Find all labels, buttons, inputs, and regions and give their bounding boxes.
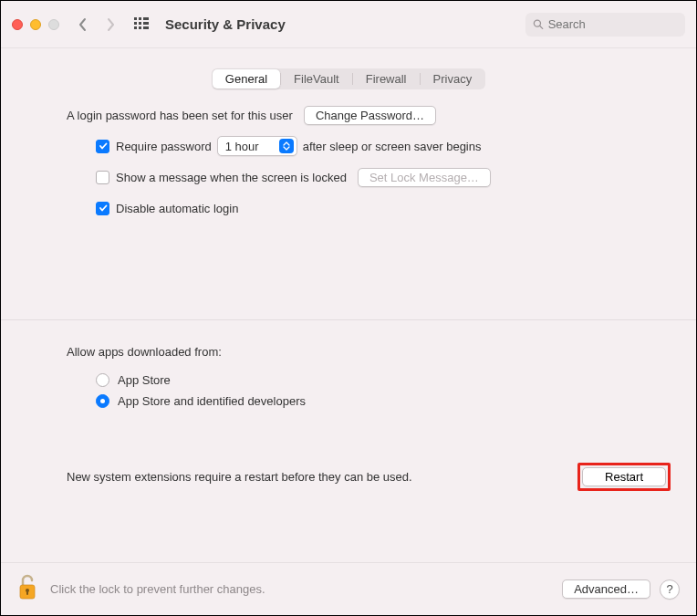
restart-button[interactable]: Restart [582, 467, 666, 486]
toolbar: Security & Privacy [1, 1, 696, 48]
svg-rect-12 [146, 26, 149, 29]
radio-app-store-row: App Store [96, 373, 630, 387]
svg-rect-7 [134, 26, 137, 29]
show-message-row: Show a message when the screen is locked… [96, 166, 630, 188]
window-controls [12, 19, 59, 30]
nav-buttons [78, 17, 116, 32]
password-delay-select[interactable]: 1 hour [217, 136, 297, 156]
back-button[interactable] [78, 17, 88, 32]
updown-caret-icon [279, 139, 294, 153]
radio-app-store[interactable] [96, 373, 109, 387]
footer: Click the lock to prevent further change… [1, 562, 696, 615]
login-section: A login password has been set for this u… [12, 104, 685, 219]
allow-apps-section: Allow apps downloaded from: App Store Ap… [12, 340, 685, 408]
svg-rect-11 [146, 22, 149, 25]
tab-privacy[interactable]: Privacy [421, 69, 485, 89]
after-sleep-text: after sleep or screen saver begins [303, 140, 482, 153]
svg-rect-1 [139, 17, 141, 20]
show-all-button[interactable] [134, 17, 149, 32]
forward-button[interactable] [105, 17, 116, 32]
require-password-checkbox[interactable] [96, 140, 109, 153]
search-field[interactable] [525, 13, 685, 37]
set-lock-message-button: Set Lock Message… [358, 168, 491, 187]
lock-text: Click the lock to prevent further change… [50, 582, 265, 596]
disable-auto-login-row: Disable automatic login [96, 197, 630, 219]
password-set-text: A login password has been set for this u… [67, 109, 293, 122]
tab-general[interactable]: General [213, 69, 280, 89]
show-message-checkbox[interactable] [96, 171, 109, 184]
minimize-window-button[interactable] [30, 19, 41, 30]
svg-rect-5 [139, 22, 141, 25]
restart-highlight: Restart [577, 463, 671, 491]
svg-rect-8 [139, 26, 141, 29]
extensions-message: New system extensions require a restart … [67, 470, 412, 484]
require-password-row: Require password 1 hour after sleep or s… [96, 135, 630, 157]
footer-right: Advanced… ? [562, 579, 680, 600]
advanced-button[interactable]: Advanced… [562, 579, 650, 599]
window-title: Security & Privacy [165, 16, 286, 32]
tabs: General FileVault Firewall Privacy [212, 68, 485, 89]
tabs-row: General FileVault Firewall Privacy [12, 48, 685, 104]
radio-app-store-label: App Store [118, 373, 171, 387]
checkmark-icon [99, 204, 108, 213]
allow-apps-heading-row: Allow apps downloaded from: [67, 340, 630, 362]
checkmark-icon [99, 141, 108, 151]
chevron-right-icon [105, 17, 116, 32]
svg-rect-9 [143, 26, 146, 29]
help-button[interactable]: ? [660, 579, 680, 600]
password-set-row: A login password has been set for this u… [67, 104, 630, 126]
grid-icon [134, 17, 149, 32]
unlocked-lock-icon [17, 574, 39, 601]
radio-app-store-identified[interactable] [96, 394, 109, 408]
tab-filevault[interactable]: FileVault [281, 69, 352, 89]
zoom-window-button [48, 19, 59, 30]
svg-rect-2 [143, 17, 146, 20]
preferences-window: Security & Privacy General FileVault Fir… [0, 0, 697, 616]
svg-rect-4 [134, 22, 137, 25]
radio-identified-row: App Store and identified developers [96, 394, 630, 408]
search-icon [533, 18, 544, 30]
tab-firewall[interactable]: Firewall [353, 69, 420, 89]
disable-auto-login-checkbox[interactable] [96, 202, 109, 215]
svg-rect-6 [143, 22, 146, 25]
chevron-left-icon [78, 17, 88, 32]
require-password-label: Require password [116, 140, 212, 153]
radio-identified-label: App Store and identified developers [118, 394, 306, 408]
extensions-row: New system extensions require a restart … [12, 463, 685, 491]
section-divider [1, 319, 696, 320]
close-window-button[interactable] [12, 19, 23, 30]
svg-rect-0 [134, 17, 137, 20]
svg-rect-10 [146, 17, 149, 20]
content-area: General FileVault Firewall Privacy A log… [1, 48, 696, 491]
svg-rect-18 [26, 591, 28, 595]
show-message-label: Show a message when the screen is locked [116, 171, 347, 184]
change-password-button[interactable]: Change Password… [304, 106, 436, 125]
lock-button[interactable] [17, 574, 39, 604]
password-delay-value: 1 hour [225, 140, 259, 153]
search-input[interactable] [548, 17, 678, 31]
disable-auto-login-label: Disable automatic login [116, 202, 238, 215]
svg-line-14 [540, 26, 543, 28]
allow-apps-heading: Allow apps downloaded from: [67, 345, 222, 359]
